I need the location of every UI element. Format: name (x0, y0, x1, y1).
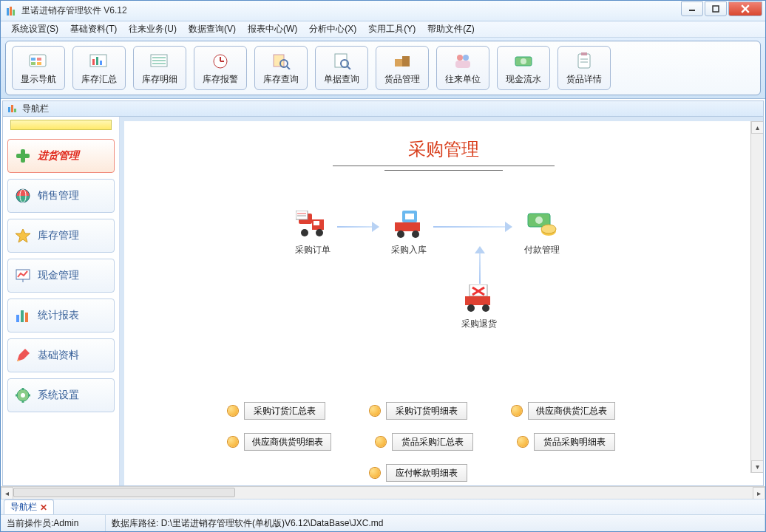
vertical-scrollbar[interactable]: ▴ ▾ (750, 121, 763, 473)
menu-query[interactable]: 数据查询(V) (183, 21, 242, 37)
node-payment[interactable]: 付款管理 (516, 210, 568, 256)
sidebar-item-stock[interactable]: 库存管理 (7, 219, 115, 253)
search-icon (269, 51, 293, 70)
svg-point-35 (521, 58, 526, 64)
sidebar-item-report[interactable]: 统计报表 (7, 299, 115, 332)
tb-contact-unit[interactable]: 往来单位 (436, 46, 489, 90)
sidebar-item-label: 统计报表 (38, 309, 79, 322)
horizontal-scrollbar[interactable]: ◂ ▸ (1, 486, 765, 499)
arrow-icon (337, 226, 379, 228)
close-button[interactable] (728, 1, 762, 16)
svg-point-66 (316, 229, 323, 236)
btn-payable-detail[interactable]: 应付帐款明细表 (386, 464, 467, 482)
tb-goods-detail[interactable]: 货品详情 (557, 46, 611, 90)
svg-rect-15 (100, 61, 102, 65)
svg-rect-8 (31, 58, 35, 61)
cash-icon (512, 51, 535, 70)
gear-icon (14, 386, 32, 404)
tb-bill-query[interactable]: 单据查询 (315, 46, 368, 90)
bullet-icon (370, 406, 380, 416)
node-label: 采购订单 (295, 245, 331, 255)
menu-system[interactable]: 系统设置(S) (5, 21, 64, 37)
btn-goods-sum[interactable]: 货品采购汇总表 (392, 433, 473, 451)
scroll-right-icon[interactable]: ▸ (753, 487, 765, 499)
node-purchase-in[interactable]: 采购入库 (383, 210, 435, 256)
svg-rect-14 (96, 57, 98, 65)
close-icon[interactable]: ✕ (40, 502, 47, 513)
tab-nav[interactable]: 导航栏 ✕ (4, 499, 54, 514)
bullet-icon (228, 437, 238, 447)
sidebar-item-settings[interactable]: 系统设置 (7, 378, 115, 412)
svg-point-73 (397, 231, 404, 238)
scroll-left-icon[interactable]: ◂ (1, 487, 13, 499)
sidebar-item-purchase[interactable]: 进货管理 (7, 139, 115, 173)
globe-icon (14, 187, 32, 205)
svg-rect-11 (37, 62, 41, 65)
tb-label: 库存明细 (142, 73, 177, 86)
svg-point-78 (541, 225, 556, 233)
nav-icon (27, 51, 50, 70)
arrow-icon (433, 226, 512, 228)
svg-line-25 (287, 66, 290, 69)
menu-tools[interactable]: 实用工具(Y) (362, 21, 421, 37)
svg-rect-33 (455, 61, 470, 68)
btn-supplier-detail[interactable]: 供应商供货明细表 (244, 433, 331, 451)
menu-help[interactable]: 帮助文件(Z) (421, 21, 480, 37)
svg-point-74 (412, 231, 419, 238)
sidebar-item-label: 现金管理 (38, 269, 79, 282)
clipboard-icon (572, 51, 596, 70)
status-operator: 当前操作员:Admin (1, 515, 106, 531)
tab-label: 导航栏 (10, 501, 37, 514)
maximize-button[interactable] (705, 1, 727, 16)
tb-show-nav[interactable]: 显示导航 (12, 46, 65, 90)
sidebar-item-sales[interactable]: 销售管理 (7, 179, 115, 213)
sidebar: 进货管理 销售管理 库存管理 现金管理 统计报表 (3, 117, 120, 485)
tb-stock-query[interactable]: 库存查询 (254, 46, 308, 90)
scroll-down-icon[interactable]: ▾ (751, 460, 763, 473)
svg-rect-41 (11, 105, 13, 112)
svg-rect-67 (296, 211, 308, 219)
svg-point-83 (467, 304, 475, 312)
tb-label: 往来单位 (445, 73, 481, 86)
return-truck-icon (461, 284, 497, 313)
tab-bar: 导航栏 ✕ (1, 499, 765, 515)
tb-label: 货品管理 (384, 73, 420, 86)
btn-order-detail[interactable]: 采购订货明细表 (386, 402, 467, 420)
scroll-up-icon[interactable]: ▴ (751, 121, 763, 134)
sidebar-item-basedata[interactable]: 基础资料 (7, 338, 115, 372)
menubar: 系统设置(S) 基础资料(T) 往来业务(U) 数据查询(V) 报表中心(W) … (1, 21, 765, 38)
svg-marker-48 (16, 229, 30, 242)
node-label: 采购入库 (391, 245, 427, 255)
menu-analysis[interactable]: 分析中心(X) (303, 21, 362, 37)
tb-label: 库存查询 (263, 73, 299, 86)
node-purchase-order[interactable]: 采购订单 (287, 210, 339, 256)
btn-supplier-sum[interactable]: 供应商供货汇总表 (528, 402, 615, 420)
tb-stock-detail[interactable]: 库存明细 (133, 46, 186, 90)
status-dbpath: 数据库路径: D:\里诺进销存管理软件(单机版)V6.12\DataBase\J… (106, 515, 765, 531)
btn-goods-detail[interactable]: 货品采购明细表 (534, 433, 615, 451)
sidebar-item-label: 系统设置 (38, 389, 79, 402)
menu-business[interactable]: 往来业务(U) (123, 21, 183, 37)
minimize-button[interactable] (681, 1, 703, 16)
tb-cash-flow[interactable]: 现金流水 (497, 46, 550, 90)
tb-stock-alarm[interactable]: 库存报警 (194, 46, 247, 90)
svg-rect-51 (16, 315, 19, 322)
svg-rect-37 (581, 52, 587, 55)
truck-box-icon (391, 210, 427, 239)
tb-goods-mgmt[interactable]: 货品管理 (376, 46, 429, 90)
menu-basedata[interactable]: 基础资料(T) (64, 21, 123, 37)
sidebar-item-label: 销售管理 (38, 189, 79, 202)
divider (384, 170, 503, 171)
btn-order-sum[interactable]: 采购订货汇总表 (244, 402, 325, 420)
scroll-thumb[interactable] (13, 488, 235, 497)
svg-rect-1 (10, 7, 12, 16)
tb-label: 现金流水 (506, 73, 541, 86)
nav-title: 导航栏 (22, 103, 49, 115)
sidebar-strip (10, 120, 112, 130)
tb-stock-sum[interactable]: 库存汇总 (72, 46, 126, 90)
sidebar-item-label: 进货管理 (38, 149, 79, 163)
svg-rect-0 (7, 8, 9, 16)
node-purchase-return[interactable]: 采购退货 (453, 284, 505, 330)
menu-report[interactable]: 报表中心(W) (242, 21, 303, 37)
sidebar-item-cash[interactable]: 现金管理 (7, 259, 115, 293)
